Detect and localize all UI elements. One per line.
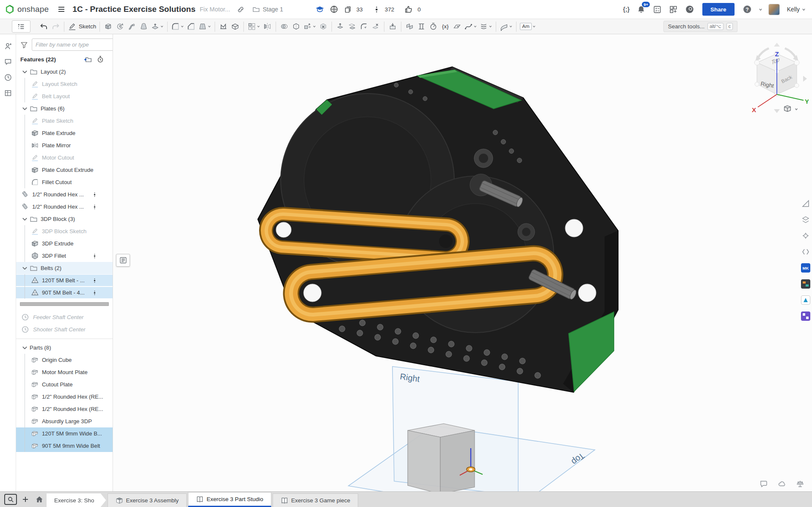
frame-button[interactable] <box>416 20 427 33</box>
filter-icon[interactable] <box>20 41 28 49</box>
ruler-triangle-icon[interactable] <box>801 198 811 209</box>
thicken-button[interactable] <box>150 20 165 33</box>
measure-button[interactable] <box>428 20 439 33</box>
workspace-stage[interactable]: Stage 1 <box>252 6 283 13</box>
chevron-down-icon[interactable] <box>21 215 28 223</box>
history-icon[interactable] <box>1 71 15 84</box>
import-derived-button[interactable] <box>387 20 398 33</box>
apps-grid-icon[interactable] <box>668 4 679 15</box>
delete-part-button[interactable] <box>318 20 329 33</box>
feature-row[interactable]: 90T 5M Belt - 4... <box>16 287 113 299</box>
feature-row[interactable]: 3DP Block Sketch <box>16 225 113 237</box>
feature-row[interactable]: 3DP Fillet <box>16 250 113 262</box>
avatar[interactable] <box>768 4 780 15</box>
move-face-button[interactable] <box>334 20 346 33</box>
graphics-viewport[interactable]: Right Top <box>113 34 812 491</box>
part-row[interactable]: 1/2" Rounded Hex (RE... <box>16 403 113 415</box>
toolbox-app-icon[interactable] <box>801 279 811 289</box>
feature-row[interactable]: Shooter Shaft Center <box>16 323 113 336</box>
featurescript-icon[interactable]: {;} <box>622 5 631 14</box>
tab-exercise-3-assembly[interactable]: Exercise 3 Assembly <box>108 493 187 507</box>
shell-button[interactable] <box>229 20 241 33</box>
notifications-bell-icon[interactable]: 9+ <box>636 4 646 15</box>
feature-folder-row[interactable]: 3DP Block (3) <box>16 213 113 225</box>
suppress-dots-icon[interactable] <box>92 191 97 198</box>
tab-exercise-3-sho[interactable]: Exercise 3: Sho <box>47 493 106 507</box>
view-cube[interactable]: Top Right Back Z Y X <box>745 40 809 116</box>
follow-mode-icon[interactable] <box>1 39 15 53</box>
parts-header-row[interactable]: Parts (8) <box>16 342 113 354</box>
tab-exercise-3-part-studio[interactable]: Exercise 3 Part Studio <box>188 492 271 507</box>
suppress-dots-icon[interactable] <box>92 252 97 260</box>
part-row[interactable]: Cutout Plate <box>16 378 113 391</box>
grid-app-icon[interactable] <box>801 311 811 321</box>
collapsed-dialog-button[interactable] <box>116 254 130 267</box>
search-tools[interactable]: Search tools... alt/⌥ c <box>663 21 737 32</box>
feature-row[interactable]: 120T 5M Belt - ... <box>16 274 113 287</box>
draft-button[interactable] <box>197 20 212 33</box>
plane-button[interactable] <box>451 20 463 33</box>
share-button[interactable]: Share <box>702 3 735 16</box>
part-row[interactable]: 1/2" Rounded Hex (RE... <box>16 391 113 403</box>
comments-icon[interactable] <box>1 55 15 69</box>
tab-exercise-3-game-piece[interactable]: Exercise 3 Game piece <box>273 493 359 507</box>
suppress-dots-icon[interactable] <box>92 203 97 211</box>
extrude-button[interactable] <box>102 20 114 33</box>
suppress-dots-icon[interactable] <box>92 277 97 284</box>
feedback-chat-icon[interactable] <box>759 479 769 489</box>
chevron-down-icon[interactable] <box>21 265 28 272</box>
help-caret-icon[interactable] <box>758 7 763 12</box>
public-globe-icon[interactable] <box>329 4 339 14</box>
part-row[interactable]: 90T 5M 9mm Wide Belt <box>16 440 113 452</box>
gear-box-icon[interactable] <box>801 231 811 241</box>
split-button[interactable] <box>290 20 302 33</box>
code-block-icon[interactable] <box>801 247 811 257</box>
education-cap-icon[interactable] <box>315 4 325 15</box>
new-tab-button[interactable] <box>19 492 32 506</box>
mkcad-app-icon[interactable]: MK <box>801 263 811 273</box>
fillet-button[interactable] <box>170 20 185 33</box>
loft-button[interactable] <box>138 20 149 33</box>
release-tasks-icon[interactable] <box>652 4 663 15</box>
feature-folder-row[interactable]: Layout (2) <box>16 66 113 78</box>
suppress-dots-icon[interactable] <box>92 289 97 297</box>
rollback-history-icon[interactable] <box>97 55 104 63</box>
chevron-down-icon[interactable] <box>21 105 28 113</box>
new-folder-icon[interactable] <box>84 55 92 63</box>
feature-row[interactable]: Feeder Shaft Center <box>16 311 113 323</box>
boolean-button[interactable] <box>279 20 290 33</box>
help-icon[interactable]: ? <box>742 4 753 15</box>
part-row[interactable]: Absurdly Large 3DP <box>16 415 113 427</box>
feature-folder-row[interactable]: Plates (6) <box>16 102 113 115</box>
custom-feature-am-button[interactable]: Am <box>519 20 536 33</box>
home-tab-icon[interactable] <box>32 492 47 506</box>
layers-icon[interactable] <box>801 215 811 225</box>
sweep-button[interactable] <box>126 20 138 33</box>
rollback-bar[interactable] <box>20 302 109 306</box>
feature-row[interactable]: 1/2" Rounded Hex ... <box>16 188 113 201</box>
surface-button[interactable] <box>499 20 514 33</box>
feature-row[interactable]: 1/2" Rounded Hex ... <box>16 201 113 213</box>
cloud-status-icon[interactable] <box>777 479 787 489</box>
filter-input[interactable] <box>32 39 113 51</box>
feature-row[interactable]: Plate Cutout Extrude <box>16 164 113 176</box>
user-menu[interactable]: Kelly <box>785 5 807 14</box>
sheet-metal-button[interactable] <box>404 20 415 33</box>
copies-icon[interactable] <box>343 5 353 14</box>
units-scale-icon[interactable] <box>795 479 805 489</box>
part-row[interactable]: Origin Cube <box>16 354 113 366</box>
curve-button[interactable] <box>463 20 478 33</box>
mirror-button[interactable] <box>262 20 273 33</box>
modify-fillet-button[interactable] <box>358 20 370 33</box>
feature-row[interactable]: Belt Layout <box>16 90 113 102</box>
feature-list-toggle-button[interactable] <box>12 20 30 33</box>
feature-row[interactable]: 3DP Extrude <box>16 237 113 250</box>
versions-icon[interactable] <box>372 5 381 14</box>
document-subtitle[interactable]: Fix Motor... <box>200 6 230 13</box>
feature-row[interactable]: Motor Cutout <box>16 152 113 164</box>
feature-row[interactable]: Plate Sketch <box>16 115 113 127</box>
feature-row[interactable]: Plate Extrude <box>16 127 113 139</box>
feature-row[interactable]: Fillet Cutout <box>16 176 113 188</box>
tab-search-icon[interactable] <box>4 494 17 505</box>
redo-button[interactable] <box>50 20 61 33</box>
